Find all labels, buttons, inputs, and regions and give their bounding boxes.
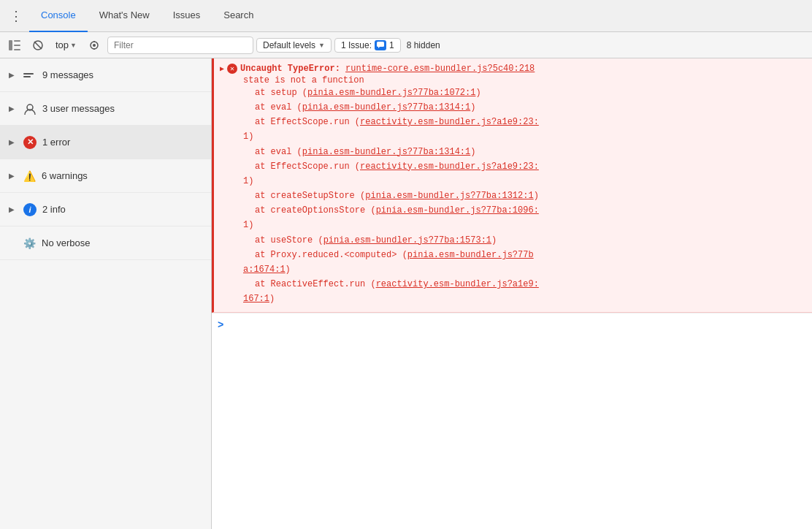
tab-whats-new[interactable]: What's New — [88, 0, 161, 32]
stack-link-3[interactable]: reactivity.esm-bundler.js?a1e9:23: — [360, 117, 539, 127]
info-label: 2 info — [42, 204, 66, 215]
user-messages-label: 3 user messages — [42, 103, 115, 114]
default-levels-selector[interactable]: Default levels ▼ — [256, 38, 332, 53]
tab-console[interactable]: Console — [29, 0, 88, 32]
error-icon: ✕ — [23, 136, 37, 149]
stack-link-6[interactable]: pinia.esm-bundler.js?77ba:1312:1 — [365, 191, 533, 201]
svg-rect-1 — [14, 40, 20, 42]
stack-link-10b[interactable]: 167:1 — [243, 294, 269, 304]
issue-chat-icon — [375, 40, 386, 50]
messages-label: 9 messages — [42, 69, 93, 80]
error-block: ▶ ✕ Uncaught TypeError: runtime-core.esm… — [212, 58, 812, 313]
expand-arrow-icon: ▶ — [9, 71, 18, 80]
error-circle-icon: ✕ — [227, 64, 237, 74]
error-label: 1 error — [42, 137, 70, 148]
stack-link-1[interactable]: pinia.esm-bundler.js?77ba:1072:1 — [307, 88, 475, 98]
expand-arrow-icon: ▶ — [9, 104, 18, 113]
stack-link-10[interactable]: reactivity.esm-bundler.js?a1e9: — [376, 279, 539, 289]
error-expand-toggle[interactable]: ▶ — [220, 64, 224, 73]
devtools-dots-icon[interactable]: ⋮ — [6, 6, 26, 26]
sidebar-item-info[interactable]: ▶ i 2 info — [0, 193, 211, 227]
main-content: ▶ 9 messages ▶ 3 user messages ▶ ✕ 1 err… — [0, 58, 812, 529]
toolbar: top ▼ Default levels ▼ 1 Issue: 1 8 hidd… — [0, 32, 812, 58]
warning-icon: ⚠️ — [23, 170, 36, 182]
sidebar-item-verbose[interactable]: ▶ ⚙️ No verbose — [0, 227, 211, 260]
sidebar-item-warnings[interactable]: ▶ ⚠️ 6 warnings — [0, 159, 211, 193]
verbose-icon: ⚙️ — [23, 237, 36, 249]
warnings-label: 6 warnings — [42, 170, 88, 181]
expand-arrow-icon: ▶ — [9, 172, 18, 180]
svg-line-5 — [34, 42, 42, 49]
stack-link-9[interactable]: pinia.esm-bundler.js?77b — [407, 250, 534, 260]
list-icon — [23, 70, 37, 80]
clear-console-button[interactable] — [28, 35, 48, 56]
verbose-label: No verbose — [42, 237, 90, 248]
user-icon — [23, 102, 37, 115]
console-prompt: > — [212, 313, 812, 337]
sidebar-item-error[interactable]: ▶ ✕ 1 error — [0, 126, 211, 159]
info-icon: i — [23, 203, 37, 216]
svg-marker-11 — [378, 47, 380, 48]
context-selector[interactable]: top ▼ — [51, 38, 81, 52]
svg-rect-2 — [14, 45, 20, 46]
expand-arrow-icon: ▶ — [9, 205, 18, 214]
stack-link-8[interactable]: pinia.esm-bundler.js?77ba:1573:1 — [323, 235, 491, 246]
stack-link-2[interactable]: pinia.esm-bundler.js?77ba:1314:1 — [302, 102, 470, 113]
filter-input[interactable] — [107, 37, 253, 54]
tab-issues[interactable]: Issues — [161, 0, 212, 32]
tab-bar: ⋮ Console What's New Issues Search — [0, 0, 812, 32]
issue-badge[interactable]: 1 Issue: 1 — [334, 38, 401, 53]
error-source-link[interactable]: runtime-core.esm-bundler.js?5c40:218 — [345, 64, 535, 74]
sidebar-item-messages[interactable]: ▶ 9 messages — [0, 58, 211, 92]
error-message: state is not a function — [243, 75, 364, 85]
console-area: ▶ ✕ Uncaught TypeError: runtime-core.esm… — [212, 58, 812, 529]
tab-search[interactable]: Search — [212, 0, 265, 32]
expand-arrow-icon: ▶ — [9, 138, 18, 147]
sidebar-item-user-messages[interactable]: ▶ 3 user messages — [0, 92, 211, 126]
svg-rect-10 — [377, 42, 384, 47]
live-expressions-button[interactable] — [84, 35, 104, 56]
stack-link-5[interactable]: reactivity.esm-bundler.js?a1e9:23: — [360, 161, 539, 172]
sidebar: ▶ 9 messages ▶ 3 user messages ▶ ✕ 1 err… — [0, 58, 212, 529]
hidden-count: 8 hidden — [404, 39, 443, 52]
svg-rect-3 — [14, 49, 20, 50]
chevron-down-icon: ▼ — [318, 42, 325, 49]
svg-point-7 — [93, 44, 96, 47]
toggle-sidebar-button[interactable] — [4, 35, 25, 56]
stack-link-9b[interactable]: a:1674:1 — [243, 264, 286, 275]
error-stack-trace: at setup (pinia.esm-bundler.js?77ba:1072… — [220, 86, 806, 307]
error-type-label: Uncaught TypeError: runtime-core.esm-bun… — [240, 64, 535, 74]
prompt-arrow-icon: > — [218, 319, 223, 331]
svg-rect-0 — [9, 40, 12, 50]
stack-link-7[interactable]: pinia.esm-bundler.js?77ba:1096: — [376, 205, 539, 216]
console-input[interactable] — [226, 320, 806, 330]
chevron-down-icon: ▼ — [70, 42, 77, 49]
stack-link-4[interactable]: pinia.esm-bundler.js?77ba:1314:1 — [302, 147, 470, 157]
